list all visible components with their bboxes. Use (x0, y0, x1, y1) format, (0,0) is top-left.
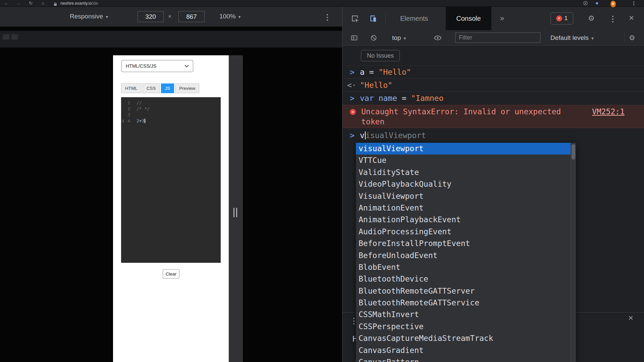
error-count-badge[interactable]: × 1 (550, 12, 573, 24)
url-path: /ide (92, 1, 98, 6)
clear-button[interactable]: Clear (163, 269, 179, 279)
code-text: // (133, 100, 142, 106)
console-sidebar-icon[interactable] (351, 34, 358, 43)
url-bar[interactable]: neohire.examly.io/ide (60, 0, 98, 7)
devtools-tab-bar: Elements Console » × 1 ⚙ × (342, 7, 644, 30)
viewport-top-band (0, 31, 342, 48)
editor-line: 1 // (121, 100, 221, 106)
console-settings-gear-icon[interactable]: ⚙ (629, 30, 635, 46)
tab-console[interactable]: Console (446, 7, 491, 30)
drawer-close-icon[interactable]: × (628, 311, 633, 324)
levels-value: Default levels (550, 34, 589, 41)
forward-icon[interactable]: → (16, 0, 20, 7)
console-string: "Iamneo (411, 94, 443, 103)
code-text (133, 112, 137, 118)
autocomplete-item[interactable]: AnimationEvent (356, 202, 576, 214)
language-select-value: HTML/CSS/JS (126, 63, 156, 69)
autocomplete-item[interactable]: CSSMathInvert (356, 309, 576, 320)
autocomplete-item[interactable]: CSSPerspective (356, 321, 576, 333)
error-count: 1 (565, 15, 568, 22)
console-input-entry: > a = "Hello" (342, 66, 644, 79)
no-issues-badge[interactable]: No Issues (361, 50, 400, 61)
autocomplete-item[interactable]: CanvasGradient (356, 345, 576, 356)
page-splitter[interactable] (229, 55, 243, 362)
code-number: 2 (137, 118, 139, 123)
console-input-entry: > var name = "Iamneo (342, 92, 644, 105)
autocomplete-scrollbar[interactable] (571, 143, 576, 362)
autocomplete-item[interactable]: BeforeUnloadEvent (356, 250, 576, 261)
drawer-menu-icon[interactable] (353, 318, 355, 324)
autocomplete-item[interactable]: BlobEvent (356, 261, 576, 273)
console-filter-input[interactable] (455, 33, 540, 43)
console-keyword: var (360, 94, 374, 103)
viewport-height-input[interactable] (178, 11, 205, 22)
device-toolbar-menu-icon[interactable] (327, 14, 328, 21)
autocomplete-item[interactable]: BluetoothDevice (356, 273, 576, 285)
device-viewport-area: HTML/CSS/JS HTML CSS JS Preview 1 // 2 /… (0, 27, 342, 362)
line-number-text: 4 (127, 118, 130, 123)
autocomplete-item[interactable]: CanvasCaptureMediaStreamTrack (356, 333, 576, 344)
error-source-link[interactable]: VM252:1 (592, 107, 625, 117)
language-select[interactable]: HTML/CSS/JS (121, 60, 193, 72)
autocomplete-popup: visualViewport VTTCue ValidityState Vide… (356, 143, 576, 362)
gutter-info-marker: i (122, 118, 124, 124)
tab-html[interactable]: HTML (121, 83, 142, 93)
code-editor[interactable]: 1 // 2 /* */ 3 i4 2+3 (121, 97, 221, 263)
browser-menu-icon[interactable] (633, 1, 634, 8)
autocomplete-item[interactable]: ValidityState (356, 167, 576, 178)
issues-row: No Issues (342, 46, 644, 66)
autocomplete-item[interactable]: visualViewport (356, 143, 576, 155)
autocomplete-ghost-text: isualViewport (366, 131, 426, 140)
tab-css[interactable]: CSS (143, 83, 160, 93)
splitter-handle-icon[interactable] (233, 208, 237, 217)
autocomplete-item[interactable]: AudioProcessingEvent (356, 226, 576, 238)
log-levels-dropdown[interactable]: Default levels▾ (550, 30, 594, 46)
tab-preview[interactable]: Preview (175, 83, 199, 93)
inspect-element-icon[interactable] (351, 14, 359, 24)
autocomplete-item[interactable]: VideoPlaybackQuality (356, 178, 576, 190)
close-devtools-icon[interactable]: × (629, 7, 634, 29)
home-icon[interactable]: ⌂ (42, 0, 44, 7)
reload-icon[interactable]: ↻ (29, 0, 33, 7)
prompt-icon: > (350, 66, 355, 79)
tab-elements[interactable]: Elements (400, 7, 428, 30)
console-prompt-input[interactable]: > visualViewport (342, 128, 644, 143)
live-expression-eye-icon[interactable] (434, 34, 442, 43)
autocomplete-item[interactable]: AnimationPlaybackEvent (356, 214, 576, 226)
autocomplete-item[interactable]: BluetoothRemoteGATTService (356, 297, 576, 309)
editor-caret (145, 119, 145, 123)
back-icon[interactable]: ← (4, 0, 8, 7)
autocomplete-item[interactable]: VisualViewport (356, 190, 576, 202)
prompt-icon: > (350, 128, 355, 143)
zoom-value: 100% (219, 13, 236, 20)
autocomplete-item[interactable]: CanvasPattern (356, 356, 576, 362)
rendered-page: HTML/CSS/JS HTML CSS JS Preview 1 // 2 /… (113, 55, 229, 362)
bookmark-star-icon[interactable]: ★ (595, 0, 599, 7)
viewport-width-input[interactable] (138, 11, 164, 22)
code-number: 3 (142, 118, 145, 123)
tab-js[interactable]: JS (161, 83, 174, 93)
device-toolbar-toggle-icon[interactable] (369, 14, 377, 24)
error-icon: × (556, 15, 562, 21)
settings-gear-icon[interactable]: ⚙ (588, 7, 595, 30)
console-code: = (402, 94, 411, 103)
execution-context-dropdown[interactable]: top▾ (392, 30, 406, 46)
clear-console-icon[interactable] (370, 34, 377, 43)
scrollbar-thumb[interactable] (572, 144, 575, 160)
update-icon[interactable] (583, 1, 588, 7)
autocomplete-item[interactable]: BeforeInstallPromptEvent (356, 238, 576, 249)
responsive-mode-dropdown[interactable]: Responsive▾ (70, 7, 108, 26)
autocomplete-item[interactable]: VTTCue (356, 155, 576, 166)
devtools-menu-icon[interactable] (612, 16, 613, 22)
more-tabs-icon[interactable]: » (500, 7, 504, 30)
autocomplete-item[interactable]: BluetoothRemoteGATTServer (356, 285, 576, 297)
code-text: /* */ (133, 106, 150, 112)
chevron-down-icon: ▾ (404, 36, 406, 41)
profile-avatar[interactable]: R (610, 1, 616, 7)
line-number: 1 (121, 100, 133, 106)
zoom-dropdown[interactable]: 100%▾ (219, 7, 241, 26)
editor-tab-bar: HTML CSS JS Preview (121, 83, 199, 93)
console-variable: name (374, 94, 402, 103)
lock-icon (54, 1, 57, 8)
line-number: 3 (121, 112, 133, 118)
